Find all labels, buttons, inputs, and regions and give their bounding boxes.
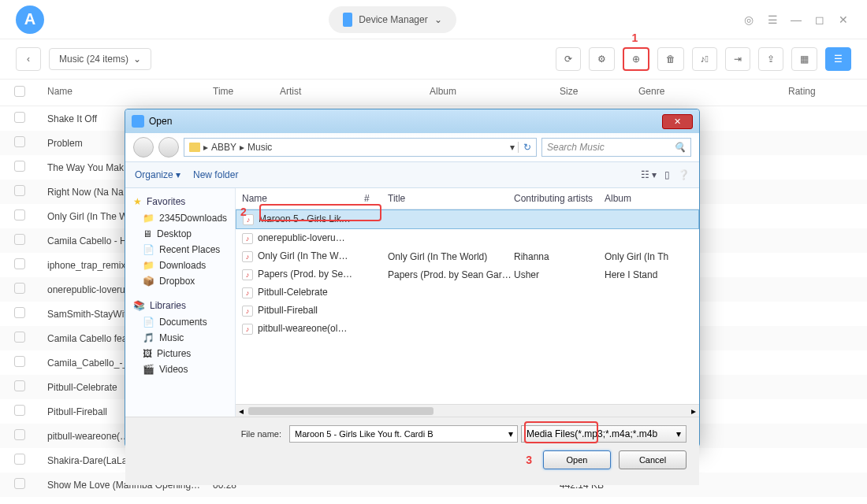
file-list-header: Name # Title Contributing artists Album: [236, 188, 699, 209]
sidebar-item[interactable]: 📦Dropbox: [125, 273, 235, 289]
file-type-dropdown[interactable]: Media Files(*.mp3;*.m4a;*.m4b▾: [521, 425, 687, 443]
file-row[interactable]: ♪pitbull-weareone(ol…: [236, 320, 699, 338]
sidebar-item[interactable]: 📁Downloads: [125, 258, 235, 273]
table-header: Name Time Artist Album Size Genre Rating: [0, 79, 867, 106]
file-row[interactable]: ♪Pitbull-Celebrate: [236, 284, 699, 302]
close-button[interactable]: ✕: [835, 12, 851, 28]
nav-back-button[interactable]: [133, 137, 154, 158]
row-checkbox[interactable]: [14, 136, 25, 147]
preview-pane-button[interactable]: ▯: [664, 169, 670, 180]
music-dropdown[interactable]: Music (24 items) ⌄: [49, 48, 151, 70]
new-folder-button[interactable]: New folder: [193, 169, 238, 180]
path-part[interactable]: ABBY: [211, 142, 236, 153]
music-dropdown-label: Music (24 items): [59, 54, 128, 65]
minimize-button[interactable]: —: [788, 12, 804, 28]
sidebar-item[interactable]: 📄Recent Places: [125, 242, 235, 258]
fh-name[interactable]: Name: [242, 193, 364, 204]
toolbar: ‹ Music (24 items) ⌄ ⟳ ⚙ ⊕ 1 🗑 ♪⃝ ⇥ ⇪ ▦ …: [0, 39, 867, 79]
list-view-button[interactable]: ☰: [825, 47, 851, 71]
file-row[interactable]: ♪Only Girl (In The W…Only Girl (In The W…: [236, 247, 699, 265]
device-manager-label: Device Manager: [359, 14, 427, 25]
file-row[interactable]: ♪Maroon 5 - Girls Lik…: [236, 209, 699, 229]
file-row[interactable]: ♪Pitbull-Fireball: [236, 302, 699, 320]
export-button[interactable]: ⇥: [725, 47, 750, 71]
delete-button[interactable]: 🗑: [657, 47, 684, 71]
col-time[interactable]: Time: [213, 86, 280, 99]
sidebar-item[interactable]: 🎵Music: [125, 330, 235, 346]
nav-forward-button[interactable]: [158, 137, 179, 158]
sidebar-item[interactable]: 🖼Pictures: [125, 346, 235, 361]
dialog-nav: ▸ ABBY ▸ Music ▾ ↻ Search Music 🔍: [125, 133, 699, 161]
row-checkbox[interactable]: [14, 454, 25, 465]
refresh-path-icon[interactable]: ↻: [518, 142, 531, 153]
row-checkbox[interactable]: [14, 405, 25, 416]
select-all-checkbox[interactable]: [14, 86, 25, 97]
annotation-1: 1: [632, 32, 638, 44]
grid-view-button[interactable]: ▦: [791, 47, 817, 71]
row-checkbox[interactable]: [14, 185, 25, 196]
file-row[interactable]: ♪onerepublic-loveru…: [236, 229, 699, 247]
col-name[interactable]: Name: [39, 86, 213, 99]
sidebar-item[interactable]: 📄Documents: [125, 314, 235, 330]
dialog-close-button[interactable]: ✕: [662, 114, 693, 129]
dialog-toolbar: Organize ▾ New folder ☷ ▾ ▯ ❔: [125, 161, 699, 188]
col-rating[interactable]: Rating: [788, 86, 859, 99]
menu-icon[interactable]: ☰: [765, 12, 780, 28]
horizontal-scrollbar[interactable]: ◂▸: [236, 404, 699, 417]
row-checkbox[interactable]: [14, 380, 25, 391]
device-manager-dropdown[interactable]: Device Manager ⌄: [329, 6, 456, 33]
col-size[interactable]: Size: [560, 86, 638, 99]
fh-title[interactable]: Title: [388, 193, 514, 204]
col-album[interactable]: Album: [430, 86, 560, 99]
fh-contrib[interactable]: Contributing artists: [514, 193, 605, 204]
fh-num[interactable]: #: [364, 193, 388, 204]
open-button[interactable]: Open: [543, 450, 611, 469]
refresh-button[interactable]: ⟳: [556, 47, 581, 71]
row-checkbox[interactable]: [14, 429, 25, 440]
row-checkbox[interactable]: [14, 209, 25, 220]
sidebar-item[interactable]: 📁2345Downloads: [125, 210, 235, 226]
add-button[interactable]: ⊕: [623, 47, 649, 71]
send-to-device-button[interactable]: ⇪: [758, 47, 783, 71]
music-note-button[interactable]: ♪⃝: [692, 47, 717, 71]
fh-album[interactable]: Album: [605, 193, 693, 204]
path-bar[interactable]: ▸ ABBY ▸ Music ▾ ↻: [184, 138, 537, 157]
app-logo: A: [16, 6, 44, 34]
sidebar-item[interactable]: 🖥Desktop: [125, 226, 235, 242]
row-checkbox[interactable]: [14, 161, 25, 172]
row-checkbox[interactable]: [14, 112, 25, 123]
row-checkbox[interactable]: [14, 356, 25, 367]
organize-menu[interactable]: Organize ▾: [135, 169, 180, 180]
sidebar-item[interactable]: 🎬Videos: [125, 361, 235, 377]
phone-icon: [343, 13, 352, 27]
back-button[interactable]: ‹: [16, 47, 41, 71]
dialog-search-input[interactable]: Search Music 🔍: [541, 138, 691, 157]
dialog-titlebar: Open ✕: [125, 109, 699, 133]
help-button[interactable]: ❔: [678, 169, 690, 180]
row-checkbox[interactable]: [14, 332, 25, 343]
search-icon: 🔍: [674, 142, 686, 153]
settings-button[interactable]: ⚙: [589, 47, 615, 71]
annotation-3: 3: [526, 454, 532, 466]
cancel-button[interactable]: Cancel: [619, 450, 687, 469]
target-icon[interactable]: ◎: [741, 12, 757, 28]
row-checkbox[interactable]: [14, 478, 25, 489]
col-genre[interactable]: Genre: [638, 86, 788, 99]
titlebar: A Device Manager ⌄ ◎ ☰ — ◻ ✕: [0, 0, 867, 39]
row-checkbox[interactable]: [14, 307, 25, 318]
file-open-dialog: Open ✕ ▸ ABBY ▸ Music ▾ ↻ Search Music 🔍…: [125, 109, 700, 447]
row-checkbox[interactable]: [14, 283, 25, 294]
file-name-input[interactable]: [289, 425, 518, 443]
maximize-button[interactable]: ◻: [812, 12, 828, 28]
chevron-down-icon: ⌄: [133, 54, 141, 65]
libraries-group[interactable]: 📚Libraries: [125, 297, 235, 314]
path-part[interactable]: Music: [247, 142, 272, 153]
file-row[interactable]: ♪Papers (Prod. by Se…Papers (Prod. by Se…: [236, 265, 699, 284]
favorites-group[interactable]: ★Favorites: [125, 193, 235, 210]
col-artist[interactable]: Artist: [280, 86, 430, 99]
file-name-label: File name:: [241, 429, 281, 439]
annotation-2: 2: [240, 206, 247, 218]
row-checkbox[interactable]: [14, 258, 25, 269]
view-options-button[interactable]: ☷ ▾: [641, 169, 657, 180]
row-checkbox[interactable]: [14, 234, 25, 245]
